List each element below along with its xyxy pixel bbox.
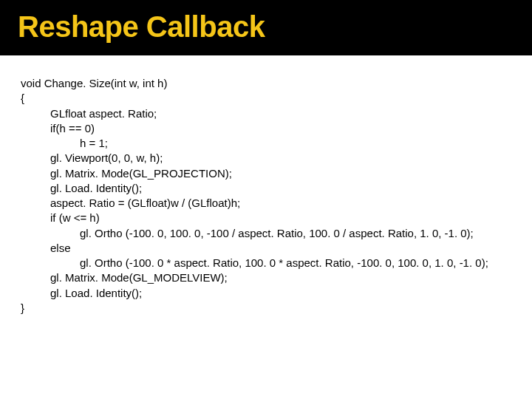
code-line: GLfloat aspect. Ratio; [21,106,511,121]
code-line: { [21,91,511,106]
code-line: gl. Ortho (-100. 0 * aspect. Ratio, 100.… [21,256,511,270]
code-line: aspect. Ratio = (GLfloat)w / (GLfloat)h; [21,196,511,211]
code-line: gl. Viewport(0, 0, w, h); [21,151,511,166]
code-line: void Change. Size(int w, int h) [21,76,511,91]
code-line: gl. Matrix. Mode(GL_PROJECTION); [21,166,511,181]
code-line: gl. Load. Identity(); [21,181,511,196]
code-line: gl. Ortho (-100. 0, 100. 0, -100 / aspec… [21,226,511,241]
code-line: else [21,241,511,256]
code-line: if(h == 0) [21,121,511,136]
code-line: gl. Load. Identity(); [21,286,511,301]
code-line: h = 1; [21,136,511,151]
code-block: void Change. Size(int w, int h) { GLfloa… [0,55,532,316]
code-line: if (w <= h) [21,211,511,225]
slide-title: Reshape Callback [18,10,514,44]
title-bar: Reshape Callback [0,0,532,55]
code-line: gl. Matrix. Mode(GL_MODELVIEW); [21,270,511,285]
slide: Reshape Callback void Change. Size(int w… [0,0,532,399]
code-line: } [21,301,511,316]
